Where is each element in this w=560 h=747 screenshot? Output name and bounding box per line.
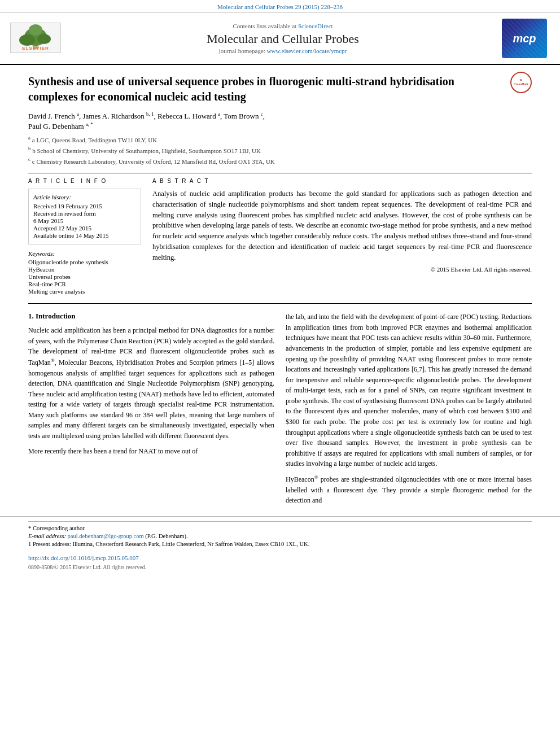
received-row: Received 19 February 2015 — [33, 203, 136, 209]
intro-para3: the lab, and into the field with the dev… — [286, 312, 532, 469]
author-paul: Paul G. Debenham a, * — [28, 122, 93, 130]
keyword-2: HyBeacon — [28, 266, 141, 273]
abstract-text: Analysis of nucleic acid amplification p… — [152, 189, 532, 263]
journal-homepage: journal homepage: www.elsevier.com/locat… — [67, 47, 499, 54]
homepage-label: journal homepage: — [219, 47, 265, 54]
intro-para2: More recently there has been a trend for… — [28, 446, 274, 457]
affiliations: a a LGC, Queens Road, Teddington TW11 0L… — [28, 134, 532, 166]
corresponding-author: * Corresponding author. — [28, 525, 532, 531]
email-line: E-mail address: paul.debenham@lgc-group.… — [28, 533, 532, 539]
mcp-badge: mcp — [502, 19, 547, 58]
available-row: Available online 14 May 2015 — [33, 232, 136, 239]
copyright: © 2015 Elsevier Ltd. All rights reserved… — [152, 266, 532, 273]
authors: David J. French a, James A. Richardson b… — [28, 111, 505, 131]
abstract-col: A B S T R A C T Analysis of nucleic acid… — [152, 178, 532, 295]
elsevier-tree-icon: ELSEVIER — [13, 24, 58, 51]
main-col-left: 1. Introduction Nucleic acid amplificati… — [28, 312, 274, 510]
affiliation-b: b b School of Chemistry, University of S… — [28, 145, 532, 155]
sciencedirect-link[interactable]: ScienceDirect — [298, 23, 333, 29]
svg-point-3 — [37, 34, 51, 44]
crossmark-icon: ✕CrossMark — [514, 78, 528, 86]
volume-text: Molecular and Cellular Probes 29 (2015) … — [217, 3, 343, 10]
abstract-label: A B S T R A C T — [152, 178, 532, 184]
mcp-letters: mcp — [513, 32, 536, 45]
keyword-1: Oligonucleotide probe synthesis — [28, 259, 141, 265]
article-header: Synthesis and use of universal sequence … — [0, 65, 560, 173]
keywords-block: Keywords: Oligonucleotide probe synthesi… — [28, 250, 141, 295]
keywords-list: Oligonucleotide probe synthesis HyBeacon… — [28, 259, 141, 295]
footnote-divider — [28, 521, 532, 522]
email-person: (P.G. Debenham). — [145, 533, 187, 539]
issn-text: 0890-8508/© 2015 Elsevier Ltd. All right… — [28, 564, 146, 570]
article-info-label: A R T I C L E I N F O — [28, 178, 141, 184]
sciencedirect-line: Contents lists available at ScienceDirec… — [67, 23, 499, 29]
revised-date: 6 May 2015 — [33, 217, 136, 224]
author-david: David J. French a, — [28, 112, 81, 120]
sciencedirect-label: Contents lists available at — [233, 23, 296, 29]
svg-point-2 — [19, 34, 35, 46]
author-james: James A. Richardson b, 1, — [82, 112, 155, 120]
author-tom: Tom Brown c, — [224, 112, 265, 120]
elsevier-tree-graphic: ELSEVIER — [10, 23, 61, 53]
author-rebecca: Rebecca L. Howard a, — [158, 112, 222, 120]
doi-link[interactable]: http://dx.doi.org/10.1016/j.mcp.2015.05.… — [28, 554, 139, 561]
keywords-title: Keywords: — [28, 250, 141, 257]
doi-line: http://dx.doi.org/10.1016/j.mcp.2015.05.… — [0, 552, 560, 562]
journal-header: ELSEVIER Contents lists available at Sci… — [0, 13, 560, 65]
keyword-5: Melting curve analysis — [28, 288, 141, 295]
intro-para1: Nucleic acid amplification has been a pr… — [28, 325, 274, 442]
elsevier-logo: ELSEVIER — [10, 23, 67, 54]
journal-volume-info: Molecular and Cellular Probes 29 (2015) … — [0, 0, 560, 13]
bottom-bar: 0890-8508/© 2015 Elsevier Ltd. All right… — [0, 562, 560, 572]
intro-para4: HyBeacon® probes are single-stranded oli… — [286, 474, 532, 506]
crossmark-badge: ✕CrossMark — [510, 72, 532, 93]
corresponding-label: * Corresponding author. — [28, 525, 86, 531]
keyword-3: Universal probes — [28, 273, 141, 280]
article-info-abstract: A R T I C L E I N F O Article history: R… — [0, 173, 560, 301]
footnote1: 1 Present address: Illumina, Chesterford… — [28, 541, 532, 547]
journal-center: Contents lists available at ScienceDirec… — [67, 23, 499, 54]
intro-heading: 1. Introduction — [28, 312, 274, 321]
svg-text:ELSEVIER: ELSEVIER — [22, 46, 49, 51]
affiliation-a: a a LGC, Queens Road, Teddington TW11 0L… — [28, 134, 532, 145]
article-title: Synthesis and use of universal sequence … — [28, 74, 505, 104]
affiliation-c: c c Chemistry Research Laboratory, Unive… — [28, 156, 532, 166]
article-history-title: Article history: — [33, 194, 136, 200]
divider-2 — [28, 303, 532, 304]
revised-label: Received in revised form — [33, 210, 136, 217]
journal-title: Molecular and Cellular Probes — [67, 32, 499, 46]
keyword-4: Real-time PCR — [28, 281, 141, 287]
mcp-logo-container: mcp — [499, 19, 550, 58]
main-col-right: the lab, and into the field with the dev… — [286, 312, 532, 510]
email-link[interactable]: paul.debenham@lgc-group.com — [68, 533, 144, 539]
homepage-link[interactable]: www.elsevier.com/locate/ymcpr — [267, 47, 347, 54]
article-info-col: A R T I C L E I N F O Article history: R… — [28, 178, 141, 295]
article-history-block: Article history: Received 19 February 20… — [28, 189, 141, 244]
footnotes: * Corresponding author. E-mail address: … — [0, 516, 560, 552]
main-content: 1. Introduction Nucleic acid amplificati… — [0, 306, 560, 516]
email-label: E-mail address: — [28, 533, 68, 539]
accepted-row: Accepted 12 May 2015 — [33, 225, 136, 231]
svg-point-4 — [29, 24, 42, 36]
crossmark-container: ✕CrossMark — [510, 72, 532, 93]
